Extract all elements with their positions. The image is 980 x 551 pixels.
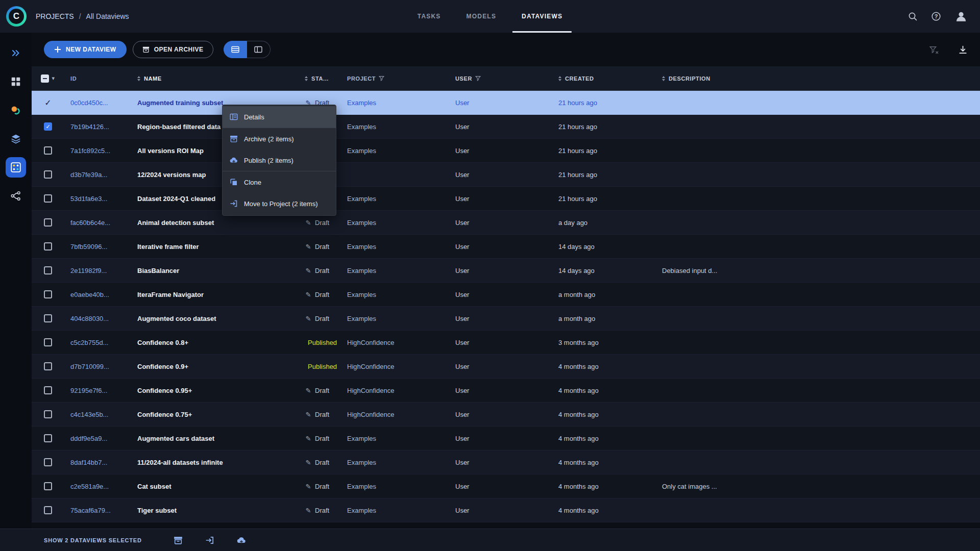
row-id[interactable]: d7b710099...: [64, 363, 131, 370]
row-id[interactable]: 2e11982f9...: [64, 267, 131, 274]
row-id[interactable]: 0c0cd450c...: [64, 99, 131, 107]
row-check-cell[interactable]: [32, 242, 64, 251]
row-id[interactable]: 404c88030...: [64, 315, 131, 322]
row-check-cell[interactable]: ✓: [32, 122, 64, 131]
tab-tasks[interactable]: TASKS: [408, 0, 450, 33]
row-check-cell[interactable]: [32, 482, 64, 490]
sidebar-item-datasets[interactable]: [6, 100, 26, 120]
sidebar-item-projects[interactable]: [6, 71, 26, 92]
search-icon[interactable]: [908, 11, 918, 21]
table-row[interactable]: d7b710099...Confidence 0.9+PublishedHigh…: [32, 355, 980, 379]
row-name[interactable]: Cat subset: [131, 483, 299, 490]
row-checkbox[interactable]: [44, 218, 52, 227]
row-id[interactable]: c5c2b755d...: [64, 339, 131, 346]
menu-item-clone[interactable]: Clone: [223, 171, 336, 193]
menu-item-move[interactable]: Move to Project (2 items): [223, 193, 336, 214]
row-id[interactable]: 7b19b4126...: [64, 123, 131, 131]
table-row[interactable]: c4c143e5b...Confidence 0.75+✎DraftHighCo…: [32, 403, 980, 427]
row-name[interactable]: Tiger subset: [131, 507, 299, 514]
row-check-cell[interactable]: [32, 386, 64, 394]
row-name[interactable]: Confidence 0.75+: [131, 411, 299, 418]
tab-models[interactable]: MODELS: [457, 0, 506, 33]
table-row[interactable]: 8daf14bb7...11/2024-all datasets infinit…: [32, 450, 980, 474]
table-row[interactable]: 7bfb59096...Iterative frame filter✎Draft…: [32, 235, 980, 259]
archive-selected-button[interactable]: [174, 536, 183, 545]
table-row[interactable]: 2e11982f9...BiasBalancer✎DraftExamplesUs…: [32, 259, 980, 283]
row-name[interactable]: Confidence 0.9+: [131, 363, 299, 370]
sidebar-item-layers[interactable]: [6, 129, 26, 149]
table-row[interactable]: c2e581a9e...Cat subset✎DraftExamplesUser…: [32, 474, 980, 498]
table-row[interactable]: ✓0c0cd450c...Augmented training subset✎D…: [32, 91, 980, 115]
tab-dataviews[interactable]: DATAVIEWS: [512, 0, 572, 33]
avatar[interactable]: [954, 10, 968, 23]
row-id[interactable]: 7a1fc892c5...: [64, 147, 131, 155]
sort-icon[interactable]: [558, 76, 561, 81]
row-id[interactable]: 92195e7f6...: [64, 387, 131, 394]
column-header-project[interactable]: PROJECT: [341, 76, 449, 82]
sidebar-item-dataviews[interactable]: [6, 157, 26, 178]
row-name[interactable]: Confidence 0.95+: [131, 387, 299, 394]
row-checkbox[interactable]: [44, 290, 52, 298]
row-id[interactable]: 53d1fa6e3...: [64, 195, 131, 203]
table-row[interactable]: c5c2b755d...Confidence 0.8+PublishedHigh…: [32, 331, 980, 355]
row-name[interactable]: IteraFrame Navigator: [131, 291, 299, 298]
row-checkbox[interactable]: [44, 314, 52, 322]
row-check-cell[interactable]: [32, 170, 64, 179]
row-id[interactable]: dddf9e5a9...: [64, 435, 131, 442]
table-row[interactable]: 53d1fa6e3...Dataset 2024-Q1 cleanedExamp…: [32, 187, 980, 211]
row-check-cell[interactable]: [32, 434, 64, 442]
table-row[interactable]: d3b7fe39a...12/2024 versions mapUser21 h…: [32, 163, 980, 187]
row-name[interactable]: Iterative frame filter: [131, 243, 299, 251]
row-checkbox[interactable]: [44, 266, 52, 274]
row-name[interactable]: BiasBalancer: [131, 267, 299, 274]
column-header-description[interactable]: DESCRIPTION: [656, 76, 980, 82]
table-row[interactable]: 75acaf6a79...Tiger subset✎DraftExamplesU…: [32, 498, 980, 522]
row-checkbox[interactable]: [44, 386, 52, 394]
row-name[interactable]: Augmented cars dataset: [131, 435, 299, 442]
row-check-cell[interactable]: [32, 362, 64, 370]
row-checkbox[interactable]: [44, 146, 52, 155]
sidebar-item-pipelines[interactable]: [6, 186, 26, 206]
row-check-cell[interactable]: [32, 266, 64, 274]
row-name[interactable]: 11/2024-all datasets infinite: [131, 459, 299, 466]
row-check-cell[interactable]: [32, 194, 64, 203]
row-id[interactable]: 75acaf6a79...: [64, 507, 131, 514]
breadcrumb-current[interactable]: All Dataviews: [86, 12, 129, 20]
row-checkbox[interactable]: [44, 434, 52, 442]
row-check-cell[interactable]: [32, 410, 64, 418]
row-checkbox[interactable]: [44, 242, 52, 251]
sort-icon[interactable]: [662, 76, 665, 81]
row-checkbox[interactable]: [44, 410, 52, 418]
row-check-cell[interactable]: [32, 146, 64, 155]
row-check-cell[interactable]: [32, 338, 64, 346]
breadcrumb-projects[interactable]: PROJECTS: [36, 12, 74, 20]
column-header-user[interactable]: USER: [449, 76, 552, 82]
row-checkbox[interactable]: [44, 170, 52, 179]
select-all-checkbox[interactable]: [41, 74, 49, 83]
filter-icon[interactable]: [475, 76, 481, 81]
row-name[interactable]: Confidence 0.8+: [131, 339, 299, 346]
row-checkbox[interactable]: [44, 482, 52, 490]
column-header-status[interactable]: STA...: [299, 76, 341, 82]
row-check-cell[interactable]: [32, 314, 64, 322]
chevron-down-icon[interactable]: ▾: [52, 76, 55, 81]
new-dataview-button[interactable]: NEW DATAVIEW: [44, 41, 127, 58]
row-checkbox[interactable]: [44, 506, 52, 514]
sidebar-item-getting-started[interactable]: [6, 43, 26, 63]
menu-item-archive[interactable]: Archive (2 items): [223, 128, 336, 149]
column-header-name[interactable]: NAME: [131, 76, 299, 82]
row-id[interactable]: e0aebe40b...: [64, 291, 131, 298]
row-check-cell[interactable]: [32, 290, 64, 298]
row-checkbox[interactable]: [44, 194, 52, 203]
row-id[interactable]: c2e581a9e...: [64, 483, 131, 490]
table-row[interactable]: fac60b6c4e...Animal detection subset✎Dra…: [32, 211, 980, 235]
move-selected-to-project-button[interactable]: [205, 536, 214, 545]
row-checkbox[interactable]: [44, 338, 52, 346]
table-row[interactable]: 404c88030...Augmented coco dataset✎Draft…: [32, 307, 980, 331]
row-check-cell[interactable]: [32, 458, 64, 466]
table-view-button[interactable]: [224, 41, 247, 58]
row-id[interactable]: c4c143e5b...: [64, 411, 131, 418]
row-checkbox[interactable]: [44, 458, 52, 466]
open-archive-button[interactable]: OPEN ARCHIVE: [133, 41, 213, 58]
row-id[interactable]: fac60b6c4e...: [64, 219, 131, 227]
